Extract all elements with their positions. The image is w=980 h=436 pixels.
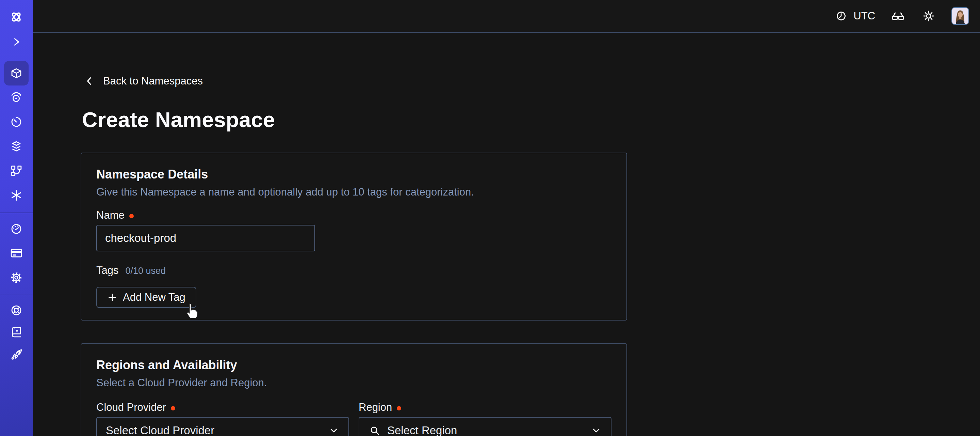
cloud-provider-label-row: Cloud Provider <box>96 401 349 414</box>
sidebar-item-namespaces[interactable] <box>8 65 24 81</box>
sidebar-divider <box>0 212 33 213</box>
sidebar-item-schedules[interactable] <box>8 114 24 130</box>
sidebar-item-settings[interactable] <box>8 270 24 286</box>
chevron-down-icon <box>590 425 602 436</box>
namespace-name-input[interactable] <box>96 225 315 251</box>
sidebar-item-docs[interactable] <box>8 324 24 340</box>
regions-card: Regions and Availability Select a Cloud … <box>81 343 627 436</box>
plus-icon <box>107 292 118 302</box>
sidebar-item-get-started[interactable] <box>8 346 24 363</box>
region-label-row: Region <box>359 401 611 414</box>
cloud-provider-select[interactable]: Select Cloud Provider <box>96 417 349 436</box>
layers-icon <box>8 139 24 154</box>
timezone-button[interactable]: UTC <box>834 8 875 24</box>
cloud-provider-label: Cloud Provider <box>96 401 166 414</box>
add-new-tag-label: Add New Tag <box>123 291 185 303</box>
required-dot <box>397 406 401 410</box>
sidebar-item-workflows[interactable] <box>8 89 24 106</box>
clock-icon <box>834 8 849 24</box>
temporal-logo[interactable] <box>8 9 24 25</box>
sidebar-item-deployments[interactable] <box>8 163 24 179</box>
cube-icon <box>8 65 24 81</box>
content: Back to Namespaces Create Namespace Name… <box>33 33 980 435</box>
region-label: Region <box>359 401 392 414</box>
tags-label: Tags <box>96 264 118 277</box>
sidebar-expand-button[interactable] <box>8 34 24 50</box>
back-link-label: Back to Namespaces <box>103 75 203 87</box>
sun-icon <box>921 8 937 24</box>
branch-icon <box>8 163 24 179</box>
asterisk-icon <box>8 187 24 203</box>
timer-icon <box>8 114 24 130</box>
avatar-image <box>952 8 969 24</box>
gear-icon <box>8 270 24 286</box>
theme-toggle-button[interactable] <box>921 8 937 24</box>
required-dot <box>171 406 175 410</box>
required-dot <box>129 214 134 218</box>
namespace-details-card: Namespace Details Give this Namespace a … <box>81 153 627 321</box>
rocket-icon <box>8 347 24 362</box>
name-label: Name <box>96 208 124 222</box>
tags-usage-counter: 0/10 used <box>125 266 166 276</box>
user-avatar[interactable] <box>951 7 969 25</box>
book-sparkle-icon <box>8 324 24 340</box>
gauge-icon <box>8 221 24 237</box>
chevron-down-icon <box>328 425 340 436</box>
namespace-details-description: Give this Namespace a name and optionall… <box>96 185 611 199</box>
region-select-left: Select Region <box>368 424 457 436</box>
glasses-icon <box>890 8 906 24</box>
sidebar-item-usage[interactable] <box>8 221 24 237</box>
sidebar-item-nexus[interactable] <box>8 187 24 203</box>
timezone-label: UTC <box>853 10 875 22</box>
tags-label-row: Tags 0/10 used <box>96 264 611 277</box>
sidebar-item-support[interactable] <box>8 302 24 318</box>
credit-card-icon <box>8 245 24 261</box>
page-title: Create Namespace <box>82 107 980 133</box>
regions-heading: Regions and Availability <box>96 358 611 373</box>
search-icon <box>368 424 381 436</box>
sidebar-item-batch-operations[interactable] <box>8 138 24 155</box>
sidebar-divider <box>0 295 33 295</box>
spiral-icon <box>8 90 24 105</box>
region-field: Region Select Region <box>359 401 611 436</box>
life-ring-icon <box>8 302 24 318</box>
chevron-right-icon <box>9 34 24 50</box>
main-area: UTC <box>33 0 980 436</box>
sidebar <box>0 0 33 436</box>
back-chevron-icon <box>84 75 95 87</box>
name-label-row: Name <box>96 208 611 222</box>
region-placeholder: Select Region <box>387 424 457 436</box>
cloud-provider-placeholder: Select Cloud Provider <box>106 424 215 436</box>
sidebar-item-billing[interactable] <box>8 245 24 261</box>
regions-description: Select a Cloud Provider and Region. <box>96 376 611 390</box>
regions-grid: Cloud Provider Select Cloud Provider <box>96 401 611 436</box>
labs-mode-button[interactable] <box>890 8 906 24</box>
topbar: UTC <box>33 0 980 33</box>
temporal-logo-icon <box>8 9 24 25</box>
back-to-namespaces-link[interactable]: Back to Namespaces <box>84 75 203 87</box>
region-select[interactable]: Select Region <box>359 417 611 436</box>
cloud-provider-field: Cloud Provider Select Cloud Provider <box>96 401 349 436</box>
add-new-tag-button[interactable]: Add New Tag <box>96 287 196 308</box>
namespace-details-heading: Namespace Details <box>96 167 611 182</box>
